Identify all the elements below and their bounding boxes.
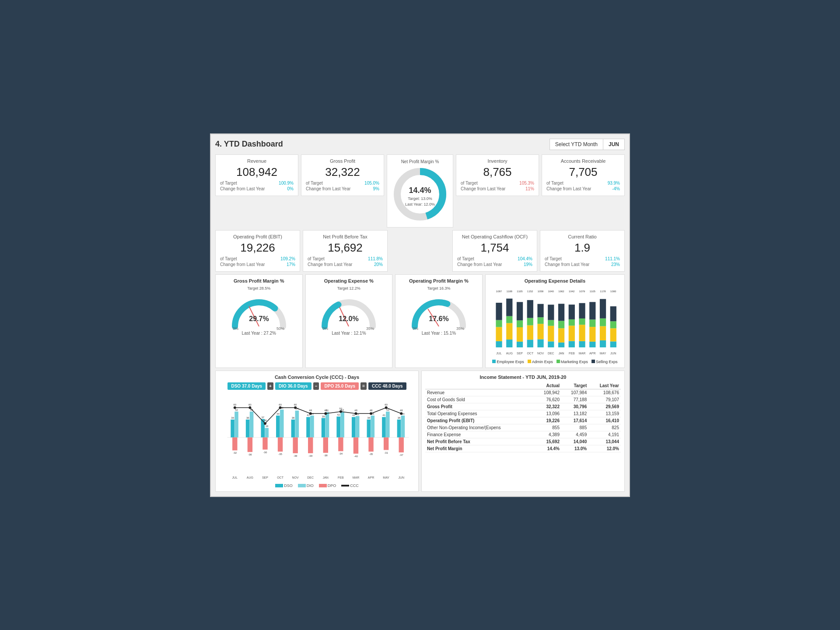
svg-text:48: 48: [370, 409, 373, 412]
svg-point-189: [354, 412, 357, 415]
svg-text:36: 36: [292, 416, 295, 419]
svg-rect-159: [382, 417, 386, 438]
svg-text:DEC: DEC: [307, 476, 314, 479]
ytd-month-value[interactable]: JUN: [603, 139, 625, 150]
svg-text:SEP: SEP: [262, 476, 268, 479]
badge-dso: DSO 37.0 Days: [228, 382, 266, 390]
kpi-cr-title: Current Ratio: [545, 234, 620, 239]
select-ytd-label[interactable]: Select YTD Month: [550, 139, 603, 150]
income-row: Finance Expense4,3894,4594,191: [425, 431, 621, 438]
income-cell-last_year: 13,044: [588, 438, 621, 445]
svg-point-177: [264, 422, 266, 424]
svg-rect-138: [336, 416, 340, 438]
svg-text:-38: -38: [324, 454, 328, 457]
income-cell-actual: 13,096: [534, 410, 561, 417]
opex-bars: 1087118811051152105810401062104210791105…: [489, 286, 621, 356]
svg-text:NOV: NOV: [292, 476, 299, 479]
svg-point-183: [309, 412, 312, 415]
income-row: Net Profit Before Tax15,69214,04013,044: [425, 438, 621, 445]
svg-text:28: 28: [264, 419, 267, 421]
income-cell-label: Other Non-Operating Income/(Expens: [425, 424, 534, 431]
kpi-operating-profit: Operating Profit (EBIT) 19,226 of Target…: [215, 230, 300, 272]
svg-text:60: 60: [233, 403, 236, 406]
svg-text:37: 37: [261, 416, 264, 418]
kpi-gross-profit: Gross Profit 32,322 of Target 105.0% Cha…: [301, 154, 384, 196]
badge-dio: DIO 36.0 Days: [275, 382, 312, 390]
income-row: Net Profit Margin14.4%13.0%12.0%: [425, 445, 621, 452]
ccc-title: Cash Conversion Cycle (CCC) - Days: [219, 374, 415, 380]
income-cell-last_year: 12.0%: [588, 445, 621, 452]
income-cell-last_year: 29,569: [588, 403, 621, 410]
svg-text:35%: 35%: [456, 326, 464, 331]
svg-text:52: 52: [340, 407, 343, 410]
svg-text:41: 41: [382, 414, 385, 416]
svg-rect-62: [579, 318, 585, 324]
svg-text:52: 52: [235, 408, 238, 411]
income-cell-last_year: 79,107: [588, 396, 621, 403]
income-cell-target: 30,796: [561, 403, 588, 410]
svg-text:35%: 35%: [366, 326, 374, 331]
svg-rect-56: [568, 341, 574, 347]
svg-rect-117: [291, 419, 295, 437]
kpi-op-value: 19,226: [220, 241, 295, 255]
svg-text:1079: 1079: [579, 290, 585, 293]
gauge-opm-target: Target 16.3%: [399, 286, 479, 290]
svg-text:39: 39: [322, 415, 325, 417]
opex-legend: Employee Exps Admin Exps Marketing Exps …: [489, 360, 621, 364]
svg-text:-36: -36: [248, 453, 252, 456]
svg-rect-114: [278, 437, 283, 451]
svg-text:1062: 1062: [558, 290, 564, 293]
income-row: Cost of Goods Sold76,62077,18879,107: [425, 396, 621, 403]
gauge-gpm-target: Target 28.5%: [219, 286, 299, 290]
svg-rect-31: [496, 302, 502, 320]
income-cell-target: 17,614: [561, 417, 588, 424]
svg-rect-48: [548, 341, 554, 347]
svg-rect-152: [367, 419, 371, 437]
svg-rect-168: [401, 415, 405, 437]
svg-rect-34: [506, 316, 512, 323]
opex-chart-title: Operating Expense Details: [489, 278, 621, 284]
kpi-npbt: Net Profit Before Tax 15,692 of Target 1…: [303, 230, 388, 272]
svg-rect-55: [558, 304, 564, 321]
svg-text:JUL: JUL: [232, 476, 238, 479]
income-cell-last_year: 13,159: [588, 410, 621, 417]
income-col-actual: Actual: [534, 382, 561, 389]
svg-text:-39: -39: [294, 454, 298, 457]
gauge-gpm-title: Gross Profit Margin %: [219, 278, 299, 284]
badge-plus: +: [267, 382, 273, 390]
income-header-row: Actual Target Last Year: [425, 382, 621, 389]
svg-text:Target:    13.0%: Target: 13.0%: [408, 196, 432, 201]
income-row: Other Non-Operating Income/(Expens855885…: [425, 424, 621, 431]
gauge-opm-title: Operating Profit Margin %: [399, 278, 479, 284]
gauge-opex-title: Operating Expense %: [309, 278, 389, 284]
kpi-revenue-change: Change from Last Year 0%: [220, 186, 294, 191]
svg-rect-69: [600, 326, 606, 340]
svg-rect-47: [537, 304, 543, 317]
svg-rect-140: [340, 411, 344, 437]
svg-text:MAY: MAY: [383, 476, 389, 479]
svg-rect-128: [308, 437, 313, 453]
dashboard-container: 4. YTD Dashboard Select YTD Month JUN Re…: [210, 133, 630, 497]
svg-text:NOV: NOV: [537, 352, 544, 355]
svg-rect-45: [537, 324, 543, 339]
svg-rect-156: [368, 437, 373, 451]
income-cell-target: 885: [561, 424, 588, 431]
kpi-ar-change: Change from Last Year -4%: [546, 186, 620, 191]
svg-text:60: 60: [294, 403, 297, 406]
svg-rect-38: [517, 320, 523, 327]
svg-text:FEB: FEB: [338, 476, 344, 479]
svg-rect-59: [568, 304, 574, 319]
gauge-gpm: Gross Profit Margin % Target 28.5% 29.7%…: [215, 274, 303, 368]
kpi-op-title: Operating Profit (EBIT): [220, 234, 295, 239]
svg-text:36: 36: [398, 416, 401, 419]
svg-rect-70: [600, 318, 606, 326]
income-row: Operating Profit (EBIT)19,22617,61416,41…: [425, 417, 621, 424]
bottom-section: Cash Conversion Cycle (CCC) - Days DSO 3…: [215, 371, 625, 492]
kpi-gross-profit-target: of Target 105.0%: [306, 181, 379, 186]
svg-rect-103: [261, 419, 265, 437]
svg-text:48: 48: [324, 409, 327, 412]
svg-text:AUG: AUG: [247, 476, 253, 479]
income-cell-target: 4,459: [561, 431, 588, 438]
kpi-ocf-change: Change from Last Year 19%: [457, 262, 532, 267]
svg-text:OCT: OCT: [527, 352, 534, 355]
